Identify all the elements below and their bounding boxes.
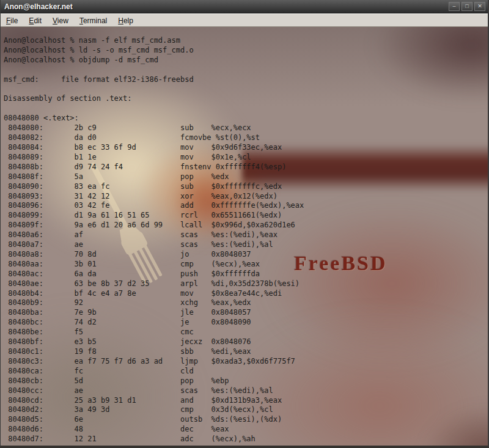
maximize-button[interactable]: □: [461, 2, 472, 11]
menu-item-edit[interactable]: Edit: [23, 14, 47, 26]
window-title: Anon@elhacker.net: [4, 2, 449, 11]
titlebar[interactable]: Anon@elhacker.net – □ ✕: [1, 0, 488, 13]
menu-item-terminal[interactable]: Terminal: [74, 14, 112, 26]
minimize-button[interactable]: –: [449, 2, 460, 11]
minimize-icon: –: [452, 3, 455, 9]
menu-item-help[interactable]: Help: [112, 14, 139, 26]
terminal-screen[interactable]: FreeBSD Anon@localhost % nasm -f elf msf…: [1, 27, 488, 446]
maximize-icon: □: [465, 3, 468, 9]
close-icon: ✕: [477, 3, 482, 9]
menu-item-file[interactable]: File: [1, 14, 23, 26]
close-button[interactable]: ✕: [474, 2, 485, 11]
menubar: FileEditViewTerminalHelp: [1, 13, 488, 27]
terminal-window: Anon@elhacker.net – □ ✕ FileEditViewTerm…: [0, 0, 489, 448]
menu-item-view[interactable]: View: [47, 14, 74, 26]
terminal-output: Anon@localhost % nasm -f elf msf_cmd.asm…: [1, 27, 488, 444]
window-controls: – □ ✕: [449, 2, 485, 11]
